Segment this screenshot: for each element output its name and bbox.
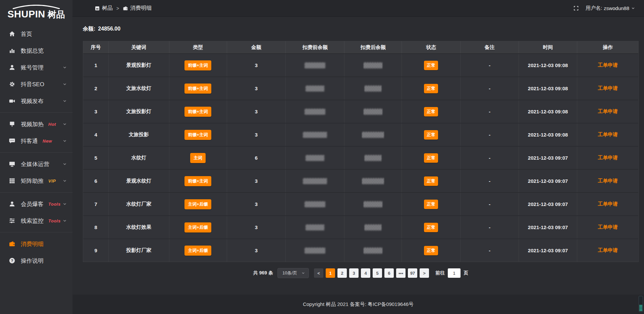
table-cell: 2021-12-03 09:08 — [519, 54, 577, 76]
goto-unit: 页 — [464, 270, 468, 276]
time-cell: 2021-12-03 09:07 — [528, 248, 568, 253]
amount-cell: 3 — [255, 62, 258, 68]
masked-balance-after — [364, 248, 383, 254]
sidebar-item-member-burst[interactable]: 会员爆客Tools — [0, 196, 72, 212]
work-order-link[interactable]: 工单申请 — [598, 224, 618, 230]
table-cell — [344, 193, 401, 215]
table-cell: 2021-12-03 09:08 — [519, 123, 577, 146]
work-order-link[interactable]: 工单申请 — [598, 108, 618, 115]
sidebar-item-help[interactable]: ?操作说明 — [0, 252, 72, 269]
goto-page-input[interactable] — [448, 268, 461, 278]
work-order-link[interactable]: 工单申请 — [598, 85, 618, 92]
keyword-cell: 水纹灯厂家 — [126, 201, 151, 207]
username-label: 用户名: — [586, 5, 602, 11]
table-cell: 3 — [227, 193, 286, 215]
sidebar-item-label: 首页 — [21, 30, 32, 38]
table-cell — [344, 77, 401, 100]
page-button-97[interactable]: 97 — [408, 268, 417, 278]
page-button-2[interactable]: 2 — [337, 268, 347, 278]
masked-balance-before — [303, 178, 327, 184]
table-cell: 文旅投影灯 — [109, 100, 169, 123]
breadcrumb-item-0[interactable]: 树品 — [95, 5, 113, 12]
table-cell: 工单申请 — [577, 170, 638, 192]
table-cell — [344, 54, 401, 76]
sidebar-item-label: 账号管理 — [21, 64, 44, 71]
user-icon — [9, 64, 15, 71]
keyword-cell: 文旅投影 — [129, 132, 149, 138]
table-cell: 正常 — [402, 170, 461, 192]
pagination: 共 969 条10条/页<123456•••97>前往页 — [83, 266, 639, 280]
page-button-3[interactable]: 3 — [349, 268, 359, 278]
column-header: 序号 — [83, 41, 109, 53]
user-menu[interactable]: 用户名: zswodun88 — [586, 5, 635, 11]
next-page-button[interactable]: > — [420, 268, 429, 278]
page-size-select[interactable]: 10条/页 — [277, 268, 309, 278]
breadcrumb-label: 消费明细 — [130, 5, 152, 12]
table-cell: 3 — [83, 100, 109, 123]
page-button-5[interactable]: 5 — [373, 268, 382, 278]
work-order-link[interactable]: 工单申请 — [598, 132, 618, 138]
sidebar-divider — [0, 232, 72, 232]
keyword-cell: 文旅水纹灯 — [126, 85, 151, 92]
logo-text: SHUPIN 树品 — [7, 9, 65, 20]
table-row: 1景观投影灯前缀+主词3正常-2021-12-03 09:08工单申请 — [83, 53, 638, 76]
sidebar-item-matrix-boost[interactable]: 矩阵助推VIP — [0, 172, 72, 189]
sidebar-item-douyin-seo[interactable]: 抖音SEO — [0, 76, 72, 93]
table-cell: 8 — [83, 216, 109, 239]
sidebar-item-badge: Tools — [48, 218, 61, 223]
sidebar-item-consume-detail[interactable]: 消费明细 — [0, 235, 72, 252]
sidebar-item-video-heat[interactable]: 视频加热Hot — [0, 116, 72, 133]
sidebar-item-account-manage[interactable]: 账号管理 — [0, 59, 72, 76]
table-cell: - — [461, 170, 519, 192]
sidebar: SHUPIN 树品 首页数据总览账号管理抖音SEO视频发布视频加热Hot抖客通N… — [0, 0, 72, 314]
table-cell: 7 — [83, 193, 109, 215]
page-button-4[interactable]: 4 — [361, 268, 370, 278]
table-row: 7水纹灯厂家主词+后缀3正常-2021-12-03 09:07工单申请 — [83, 192, 638, 215]
table-cell: 水纹灯厂家 — [109, 193, 169, 215]
keyword-cell: 水纹灯 — [131, 155, 146, 161]
pagination-total: 共 969 条 — [253, 270, 273, 276]
content-area: 余额:24856.00 序号关键词类型金额扣费前余额扣费后余额状态备注时间操作1… — [72, 17, 644, 295]
sidebar-item-clue-monitor[interactable]: 线索监控Tools — [0, 212, 72, 229]
sidebar-item-data-overview[interactable]: 数据总览 — [0, 42, 72, 59]
masked-balance-after — [364, 109, 383, 115]
amount-cell: 3 — [255, 248, 258, 253]
work-order-link[interactable]: 工单申请 — [598, 62, 618, 68]
breadcrumb-item-1[interactable]: 消费明细 — [123, 5, 152, 12]
table-cell: 文旅投影 — [109, 123, 169, 146]
prev-page-button[interactable]: < — [314, 268, 323, 278]
table-cell: 主词+后缀 — [169, 216, 227, 239]
work-order-link[interactable]: 工单申请 — [598, 178, 618, 184]
page-ellipsis[interactable]: ••• — [396, 268, 406, 278]
masked-balance-before — [306, 86, 324, 92]
keyword-cell: 文旅投影灯 — [126, 108, 151, 115]
floating-widget[interactable] — [639, 296, 643, 312]
username-value: zswodun88 — [604, 5, 629, 11]
app-icon — [95, 6, 100, 11]
page-button-6[interactable]: 6 — [384, 268, 394, 278]
sidebar-item-video-publish[interactable]: 视频发布 — [0, 93, 72, 109]
work-order-link[interactable]: 工单申请 — [598, 201, 618, 207]
column-header: 扣费前余额 — [286, 41, 344, 53]
work-order-link[interactable]: 工单申请 — [598, 247, 618, 254]
breadcrumb-label: 树品 — [102, 5, 113, 12]
sidebar-item-media-operation[interactable]: 全媒体运营 — [0, 156, 72, 172]
table-cell — [344, 239, 401, 262]
app-root: SHUPIN 树品 首页数据总览账号管理抖音SEO视频发布视频加热Hot抖客通N… — [0, 0, 644, 314]
table-cell: 工单申请 — [577, 54, 638, 76]
masked-balance-after — [364, 155, 382, 161]
table-cell: 正常 — [402, 77, 461, 100]
column-header: 金额 — [227, 41, 286, 53]
fullscreen-icon[interactable] — [573, 5, 579, 11]
consume-table: 序号关键词类型金额扣费前余额扣费后余额状态备注时间操作1景观投影灯前缀+主词3正… — [83, 41, 639, 262]
table-cell: 正常 — [402, 100, 461, 123]
sidebar-item-douketong[interactable]: 抖客通New — [0, 133, 72, 149]
page-button-1[interactable]: 1 — [326, 268, 335, 278]
work-order-link[interactable]: 工单申请 — [598, 155, 618, 161]
promo-icon — [9, 121, 15, 127]
table-cell — [344, 100, 401, 123]
brand-logo[interactable]: SHUPIN 树品 — [0, 0, 72, 22]
sidebar-item-home[interactable]: 首页 — [0, 25, 72, 42]
masked-balance-before — [305, 109, 325, 115]
status-badge: 正常 — [424, 223, 438, 232]
